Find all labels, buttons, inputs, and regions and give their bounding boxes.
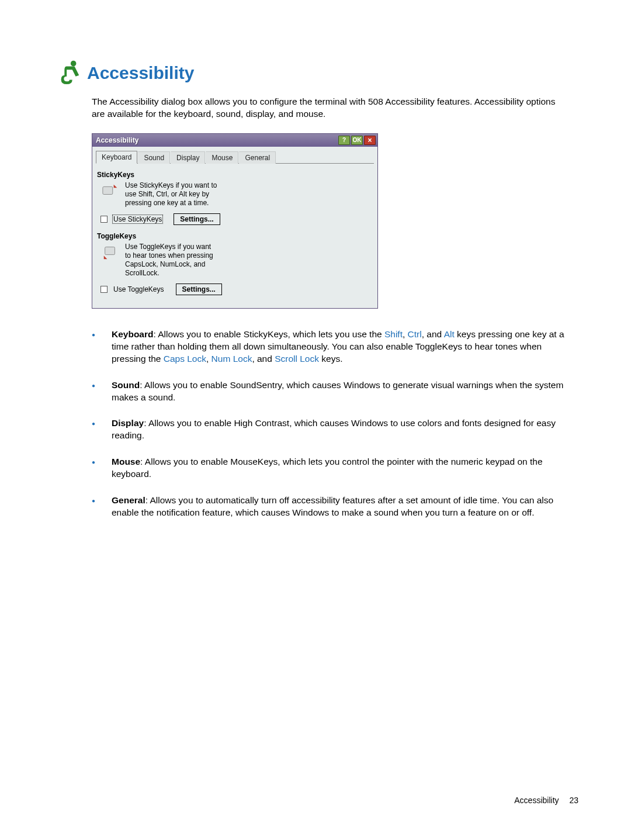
stickykeys-settings-button[interactable]: Settings... [174,213,220,225]
togglekeys-group-title: ToggleKeys [97,232,374,240]
accessibility-dialog: Accessibility ? OK × Keyboard Sound Disp… [92,133,378,309]
togglekeys-settings-button[interactable]: Settings... [176,284,222,295]
footer-section: Accessibility [514,796,559,805]
list-item-general: ● General: Allows you to automatically t… [92,495,577,519]
help-button[interactable]: ? [338,136,350,145]
list-item-sound: ● Sound: Allows you to enable SoundSentr… [92,379,577,404]
ok-button[interactable]: OK [351,136,363,145]
close-button[interactable]: × [364,136,376,145]
list-item-keyboard: ● Keyboard: Allows you to enable StickyK… [92,329,577,365]
tab-strip: Keyboard Sound Display Mouse General [96,150,374,163]
use-stickykeys-checkbox[interactable] [100,216,108,223]
svg-rect-1 [103,186,113,194]
bullet-icon: ● [92,379,98,404]
tab-display[interactable]: Display [171,151,205,164]
use-togglekeys-label: Use ToggleKeys [113,285,164,293]
intro-paragraph: The Accessibility dialog box allows you … [92,96,571,120]
accessibility-icon [56,58,82,88]
svg-rect-2 [105,247,115,254]
togglekeys-icon [102,243,119,260]
heading-row: Accessibility [56,58,581,88]
togglekeys-description: Use ToggleKeys if you want to hear tones… [125,243,219,278]
stickykeys-description: Use StickyKeys if you want to use Shift,… [125,181,219,208]
dialog-title: Accessibility [96,136,337,144]
use-togglekeys-checkbox[interactable] [100,286,108,293]
bullet-icon: ● [92,417,98,442]
stickykeys-icon [102,181,119,199]
footer-page-number: 23 [569,796,578,805]
dialog-titlebar: Accessibility ? OK × [92,134,377,147]
list-item-mouse: ● Mouse: Allows you to enable MouseKeys,… [92,456,577,481]
bullet-icon: ● [92,329,98,365]
svg-point-0 [71,61,77,67]
tab-mouse[interactable]: Mouse [206,151,238,164]
feature-list: ● Keyboard: Allows you to enable StickyK… [92,329,577,519]
list-item-display: ● Display: Allows you to enable High Con… [92,417,577,442]
stickykeys-group-title: StickyKeys [97,171,374,179]
tab-keyboard[interactable]: Keyboard [96,151,137,164]
use-stickykeys-label: Use StickyKeys [113,215,162,223]
tab-general[interactable]: General [239,151,276,164]
page-footer: Accessibility 23 [514,796,578,805]
bullet-icon: ● [92,456,98,481]
tab-sound[interactable]: Sound [138,151,170,164]
bullet-icon: ● [92,495,98,519]
page-title: Accessibility [87,63,194,83]
